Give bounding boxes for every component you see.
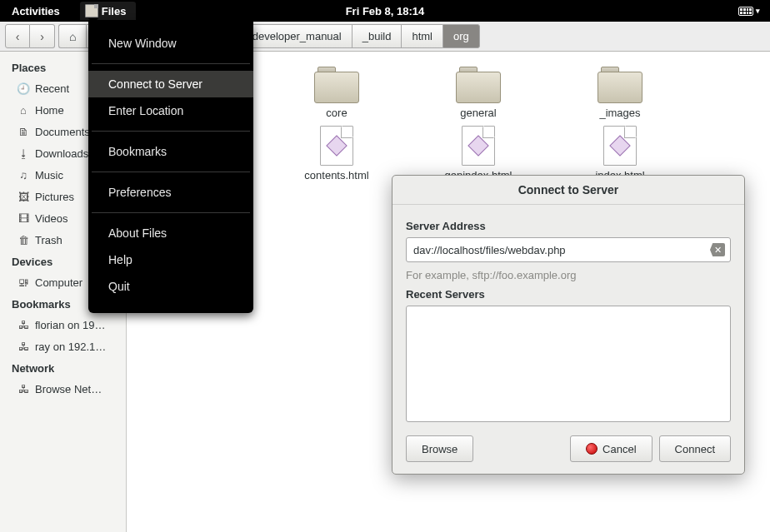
activities-button[interactable]: Activities bbox=[0, 5, 72, 17]
home-icon: ⌂ bbox=[17, 103, 30, 117]
crumb-html[interactable]: html bbox=[401, 24, 442, 48]
folder-icon bbox=[598, 67, 642, 103]
sidebar-item-label: Pictures bbox=[35, 191, 74, 203]
menu-bookmarks[interactable]: Bookmarks bbox=[88, 138, 253, 165]
sidebar-item-label: Music bbox=[35, 169, 63, 181]
music-icon: ♫ bbox=[17, 168, 30, 181]
menu-separator bbox=[92, 63, 250, 64]
folder-icon bbox=[456, 67, 501, 103]
crumb-developer-manual[interactable]: developer_manual bbox=[242, 24, 352, 48]
server-address-input[interactable]: dav://localhost/files/webdav.php ✕ bbox=[406, 237, 731, 262]
downloads-icon: ⭳ bbox=[17, 147, 30, 160]
sidebar-item-label: Browse Net… bbox=[35, 383, 102, 395]
file-item[interactable]: index.html bbox=[562, 126, 678, 181]
menu-preferences[interactable]: Preferences bbox=[88, 179, 253, 206]
menu-enter-location[interactable]: Enter Location bbox=[88, 97, 253, 124]
folder-icon bbox=[314, 67, 359, 103]
app-menu-button[interactable]: Files bbox=[80, 2, 137, 20]
app-name-label: Files bbox=[102, 5, 127, 17]
sidebar-item-label: Videos bbox=[35, 212, 68, 225]
sidebar-item-label: Documents bbox=[35, 126, 90, 138]
top-bar: Activities Files Fri Feb 8, 18:14 ▾ bbox=[0, 0, 770, 22]
file-item[interactable]: genindex.html bbox=[420, 126, 537, 181]
videos-icon: 🎞 bbox=[17, 211, 30, 225]
home-icon: ⌂ bbox=[69, 30, 76, 43]
menu-about[interactable]: About Files bbox=[88, 220, 253, 246]
sidebar-item-label: ray on 192.1… bbox=[35, 341, 106, 353]
sidebar-item-label: Computer bbox=[35, 276, 82, 289]
computer-icon: 🖳 bbox=[17, 276, 30, 289]
file-item[interactable]: contents.html bbox=[278, 126, 395, 181]
record-icon bbox=[586, 443, 598, 455]
cancel-button[interactable]: Cancel bbox=[570, 435, 652, 462]
connect-button[interactable]: Connect bbox=[659, 435, 731, 462]
network-icon: 🖧 bbox=[17, 382, 30, 395]
clock-icon: 🕘 bbox=[17, 82, 30, 95]
sidebar-item-label: Downloads bbox=[35, 147, 88, 160]
menu-separator bbox=[92, 172, 250, 172]
sidebar-item-browse-network[interactable]: 🖧Browse Net… bbox=[0, 378, 126, 400]
server-address-value: dav://localhost/files/webdav.php bbox=[413, 244, 710, 256]
crumb-org[interactable]: org bbox=[442, 24, 480, 48]
menu-separator bbox=[92, 131, 250, 132]
recent-servers-label: Recent Servers bbox=[406, 288, 731, 301]
sidebar-item-label: florian on 19… bbox=[35, 319, 106, 331]
file-label: core bbox=[326, 107, 347, 119]
folder-item[interactable]: _images bbox=[562, 67, 678, 119]
browse-button[interactable]: Browse bbox=[406, 435, 473, 462]
clear-icon[interactable]: ✕ bbox=[710, 243, 725, 256]
document-icon bbox=[462, 126, 495, 166]
file-label: general bbox=[460, 107, 496, 119]
app-icon bbox=[85, 4, 98, 17]
sidebar-item-label: Home bbox=[35, 104, 64, 117]
sidebar-item-label: Recent bbox=[35, 82, 69, 95]
menu-connect-to-server[interactable]: Connect to Server bbox=[88, 71, 253, 97]
crumb-home[interactable]: ⌂ bbox=[58, 24, 86, 48]
menu-quit[interactable]: Quit bbox=[88, 273, 253, 300]
document-icon bbox=[320, 126, 353, 166]
server-address-label: Server Address bbox=[406, 220, 731, 232]
dialog-title: Connect to Server bbox=[392, 176, 744, 205]
keyboard-indicator[interactable]: ▾ bbox=[738, 7, 760, 16]
server-icon: 🖧 bbox=[17, 340, 30, 353]
chevron-down-icon: ▾ bbox=[756, 7, 760, 15]
keyboard-icon bbox=[738, 7, 753, 16]
server-icon: 🖧 bbox=[17, 318, 30, 331]
network-heading: Network bbox=[0, 357, 126, 378]
sidebar-item-label: Trash bbox=[35, 234, 62, 246]
documents-icon: 🗎 bbox=[17, 125, 30, 138]
document-icon bbox=[603, 126, 637, 166]
sidebar-item-bookmark[interactable]: 🖧florian on 19… bbox=[0, 314, 126, 336]
trash-icon: 🗑 bbox=[17, 233, 30, 246]
sidebar-item-bookmark[interactable]: 🖧ray on 192.1… bbox=[0, 336, 126, 357]
crumb-build[interactable]: _build bbox=[352, 24, 402, 48]
menu-new-window[interactable]: New Window bbox=[88, 30, 253, 57]
recent-servers-list[interactable] bbox=[406, 306, 731, 422]
connect-to-server-dialog: Connect to Server Server Address dav://l… bbox=[392, 175, 745, 475]
menu-separator bbox=[92, 212, 250, 213]
cancel-label: Cancel bbox=[602, 443, 636, 455]
menu-help[interactable]: Help bbox=[88, 246, 253, 273]
folder-item[interactable]: core bbox=[278, 67, 395, 119]
folder-item[interactable]: general bbox=[420, 67, 537, 119]
pictures-icon: 🖾 bbox=[17, 190, 30, 203]
forward-button[interactable]: › bbox=[30, 24, 55, 48]
file-label: contents.html bbox=[304, 169, 368, 181]
back-button[interactable]: ‹ bbox=[5, 24, 30, 48]
app-menu: New Window Connect to Server Enter Locat… bbox=[88, 22, 253, 313]
server-address-hint: For example, sftp://foo.example.org bbox=[406, 269, 731, 281]
clock[interactable]: Fri Feb 8, 18:14 bbox=[346, 5, 425, 17]
file-label: _images bbox=[599, 107, 640, 119]
